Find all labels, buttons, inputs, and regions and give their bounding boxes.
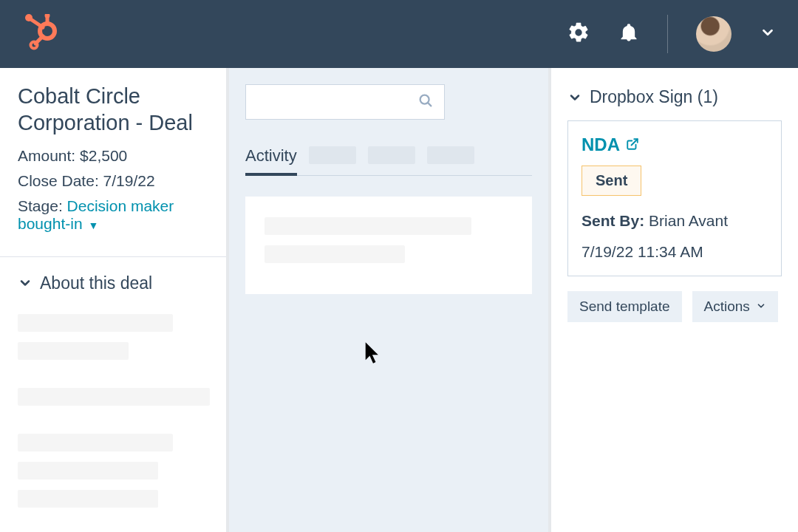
hubspot-logo[interactable] <box>22 14 59 54</box>
signature-card: NDA Sent Sent By: Brian Avant 7/19/22 11… <box>567 120 782 276</box>
document-link[interactable]: NDA <box>582 134 639 155</box>
activity-card <box>245 197 532 294</box>
deal-stage: Stage: Decision maker bought-in ▼ <box>18 197 208 233</box>
search-icon <box>417 92 434 112</box>
caret-down-icon <box>756 301 766 313</box>
send-template-button[interactable]: Send template <box>567 291 682 322</box>
tab-activity[interactable]: Activity <box>245 142 297 176</box>
middle-panel: Activity <box>229 68 551 532</box>
deal-amount: Amount: $2,500 <box>18 147 208 165</box>
about-placeholders <box>18 314 208 508</box>
dropbox-sign-toggle[interactable]: Dropbox Sign (1) <box>567 87 782 107</box>
actions-dropdown[interactable]: Actions <box>692 291 778 322</box>
left-panel: Cobalt Circle Corporation - Deal Amount:… <box>0 68 229 532</box>
search-input[interactable] <box>256 95 417 109</box>
svg-point-6 <box>31 42 38 49</box>
status-badge: Sent <box>582 166 641 196</box>
activity-tabs: Activity <box>245 142 532 176</box>
mouse-cursor-icon <box>364 341 383 368</box>
top-nav <box>0 0 798 68</box>
settings-icon[interactable] <box>567 21 590 47</box>
sent-by: Sent By: Brian Avant <box>582 212 768 230</box>
deal-close-date: Close Date: 7/19/22 <box>18 172 208 190</box>
account-menu-caret[interactable] <box>760 24 776 44</box>
chevron-down-icon <box>18 276 33 290</box>
nav-divider <box>667 15 668 53</box>
tab-placeholder <box>309 146 356 164</box>
svg-line-8 <box>428 103 431 106</box>
activity-search[interactable] <box>245 84 445 120</box>
caret-down-icon: ▼ <box>88 219 98 231</box>
external-link-icon <box>626 134 639 155</box>
chevron-down-icon <box>567 90 582 105</box>
about-deal-toggle[interactable]: About this deal <box>18 273 208 293</box>
svg-line-9 <box>632 139 638 145</box>
user-avatar[interactable] <box>696 16 732 52</box>
sent-timestamp: 7/19/22 11:34 AM <box>582 243 768 261</box>
deal-title: Cobalt Circle Corporation - Deal <box>18 83 208 137</box>
notifications-icon[interactable] <box>618 22 639 46</box>
right-panel: Dropbox Sign (1) NDA Sent Sent By: Brian… <box>551 68 798 532</box>
tab-placeholder <box>427 146 474 164</box>
tab-placeholder <box>368 146 415 164</box>
svg-point-4 <box>25 14 33 21</box>
